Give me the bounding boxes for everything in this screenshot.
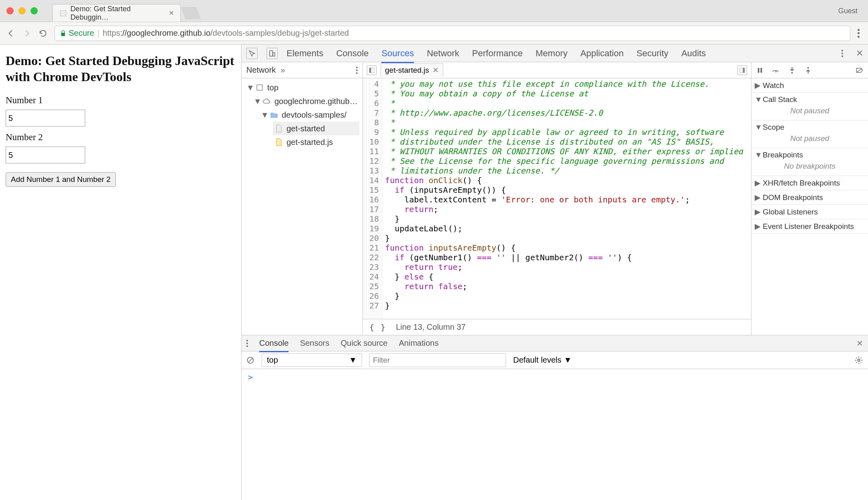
editor-tab-label: get-started.js — [385, 66, 429, 75]
drawer-tab-animations[interactable]: Animations — [399, 339, 438, 348]
pause-icon[interactable] — [755, 66, 764, 75]
tree-label: devtools-samples/ — [282, 110, 346, 120]
frame-icon — [255, 83, 264, 92]
devtools-tab-bar: Elements Console Sources Network Perform… — [242, 45, 868, 62]
sources-editor: get-started.js ✕ 45678910111213141516171… — [363, 62, 751, 335]
debug-section-call-stack[interactable]: ▼Call StackNot paused — [751, 93, 868, 120]
forward-button[interactable] — [23, 29, 31, 38]
page-content: Demo: Get Started Debugging JavaScript w… — [0, 45, 241, 500]
console-prompt[interactable]: > — [242, 369, 868, 500]
window-minimize-button[interactable] — [18, 7, 26, 14]
tab-performance[interactable]: Performance — [472, 48, 523, 59]
navigator-menu-icon[interactable] — [356, 67, 358, 74]
tree-file-get-started[interactable]: get-started — [273, 122, 359, 135]
deactivate-breakpoints-icon[interactable] — [855, 66, 864, 75]
svg-rect-5 — [369, 68, 371, 73]
debug-section-global-listeners[interactable]: ▶Global Listeners — [751, 205, 868, 219]
window-close-button[interactable] — [6, 7, 14, 14]
favicon-icon — [59, 9, 67, 18]
tree-file-get-started-js[interactable]: get-started.js — [273, 135, 359, 149]
code-editor[interactable]: 4567891011121314151617181920212223242526… — [363, 78, 751, 319]
tab-audits[interactable]: Audits — [681, 48, 706, 59]
tab-application[interactable]: Application — [580, 48, 624, 59]
editor-tab-close-icon[interactable]: ✕ — [432, 65, 439, 75]
profile-label[interactable]: Guest — [838, 7, 862, 15]
step-out-icon[interactable] — [804, 66, 813, 75]
file-icon — [274, 138, 283, 147]
svg-rect-3 — [257, 85, 262, 90]
url-text: https://googlechrome.github.io/devtools-… — [103, 29, 349, 38]
svg-point-10 — [775, 71, 776, 72]
cloud-icon — [262, 97, 271, 106]
toggle-debugger-icon[interactable] — [737, 65, 747, 75]
tab-close-icon[interactable]: ✕ — [169, 9, 174, 17]
devtools: Elements Console Sources Network Perform… — [241, 45, 868, 500]
drawer-tab-sensors[interactable]: Sensors — [300, 339, 329, 348]
file-tree: ▼ top ▼ googlechrome.github… ▼ de — [242, 78, 362, 335]
chevron-down-icon: ▼ — [349, 355, 357, 365]
clear-console-icon[interactable] — [246, 356, 254, 364]
tab-sources[interactable]: Sources — [381, 48, 414, 59]
svg-rect-8 — [758, 68, 760, 73]
tree-label: get-started.js — [287, 138, 333, 147]
secure-badge: Secure — [60, 29, 94, 38]
navigator-overflow-icon[interactable]: » — [280, 65, 285, 75]
drawer-tab-quick-source[interactable]: Quick source — [341, 339, 388, 348]
reload-button[interactable] — [39, 29, 47, 38]
tab-security[interactable]: Security — [637, 48, 668, 59]
tree-node-folder[interactable]: ▼ devtools-samples/ — [259, 108, 359, 122]
navigator-tab-network[interactable]: Network — [246, 65, 276, 75]
tree-label: googlechrome.github… — [274, 97, 358, 106]
drawer-close-icon[interactable]: ✕ — [856, 339, 863, 348]
cursor-position: Line 13, Column 37 — [396, 322, 465, 332]
debug-section-xhr-fetch-breakpoints[interactable]: ▶XHR/fetch Breakpoints — [751, 176, 868, 190]
svg-rect-1 — [270, 51, 273, 56]
svg-rect-0 — [60, 10, 66, 16]
tree-node-domain[interactable]: ▼ googlechrome.github… — [252, 94, 359, 108]
devtools-settings-menu-icon[interactable] — [841, 50, 843, 57]
tab-network[interactable]: Network — [427, 48, 459, 59]
tree-node-top[interactable]: ▼ top — [245, 81, 359, 94]
inspect-element-icon[interactable] — [246, 48, 258, 59]
svg-point-11 — [791, 72, 793, 73]
tab-memory[interactable]: Memory — [536, 48, 567, 59]
add-button[interactable]: Add Number 1 and Number 2 — [6, 172, 116, 187]
svg-rect-9 — [761, 68, 762, 73]
drawer-menu-icon[interactable] — [246, 340, 248, 347]
editor-tab-get-started-js[interactable]: get-started.js ✕ — [381, 63, 443, 77]
tree-label: get-started — [287, 124, 325, 133]
device-toolbar-icon[interactable] — [266, 48, 278, 59]
drawer-tab-console[interactable]: Console — [259, 339, 289, 348]
svg-rect-7 — [743, 68, 745, 73]
devtools-close-icon[interactable]: ✕ — [856, 48, 863, 59]
svg-line-15 — [248, 358, 252, 362]
input-number-2[interactable] — [6, 147, 85, 163]
browser-tab[interactable]: Demo: Get Started Debuggin… ✕ — [52, 4, 181, 22]
toggle-navigator-icon[interactable] — [367, 65, 377, 75]
address-bar: Secure | https://googlechrome.github.io/… — [0, 22, 868, 45]
console-levels-select[interactable]: Default levels ▼ — [513, 355, 572, 365]
prompt-caret-icon: > — [248, 372, 253, 382]
debug-section-scope[interactable]: ▼ScopeNot paused — [751, 120, 868, 148]
back-button[interactable] — [6, 29, 15, 38]
window-zoom-button[interactable] — [31, 7, 38, 14]
devtools-drawer: Console Sensors Quick source Animations … — [242, 335, 868, 500]
console-settings-icon[interactable] — [854, 356, 863, 365]
console-filter-input[interactable] — [369, 353, 506, 367]
debug-section-dom-breakpoints[interactable]: ▶DOM Breakpoints — [751, 190, 868, 205]
debug-section-watch[interactable]: ▶Watch — [751, 78, 868, 93]
tab-console[interactable]: Console — [336, 48, 369, 59]
debug-section-breakpoints[interactable]: ▼BreakpointsNo breakpoints — [751, 148, 868, 176]
omnibox[interactable]: Secure | https://googlechrome.github.io/… — [55, 26, 850, 41]
pretty-print-icon[interactable]: { } — [369, 322, 386, 332]
console-context-select[interactable]: top ▼ — [262, 353, 362, 367]
input-number-1[interactable] — [6, 110, 85, 127]
svg-rect-2 — [273, 52, 275, 56]
tab-elements[interactable]: Elements — [287, 48, 323, 59]
folder-icon — [270, 110, 278, 119]
new-tab-button[interactable] — [181, 7, 201, 19]
debug-section-event-listener-breakpoints[interactable]: ▶Event Listener Breakpoints — [751, 219, 868, 234]
step-into-icon[interactable] — [788, 66, 796, 75]
step-over-icon[interactable] — [772, 66, 780, 75]
chrome-menu-icon[interactable] — [858, 29, 862, 38]
